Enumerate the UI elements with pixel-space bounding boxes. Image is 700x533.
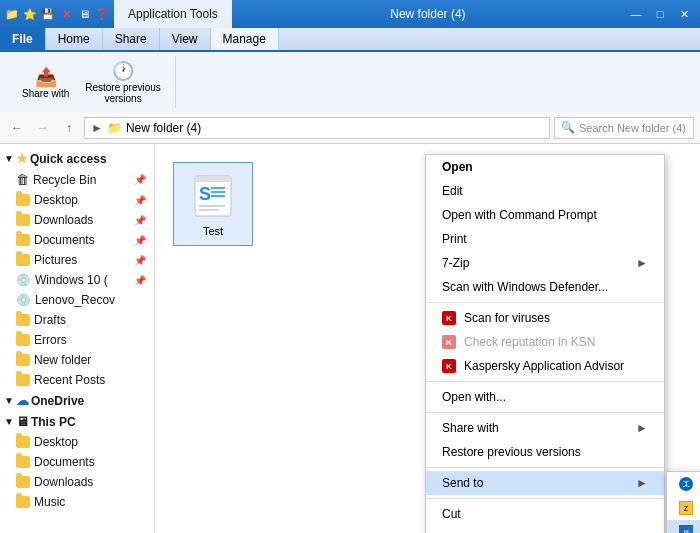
ribbon-group-actions: 📤 Share with 🕐 Restore previousversions [8,56,176,108]
submenu-arrow-icon: ► [636,421,648,435]
send-to-bluetooth[interactable]: ⯰ Bluetooth device [667,472,700,496]
folder-icon [16,194,30,206]
chevron-right-icon: ▼ [4,395,14,406]
folder-small-icon: 📁 [4,6,20,22]
folder-icon [16,354,30,366]
minimize-button[interactable]: — [624,0,648,28]
kaspersky-icon: K [442,311,456,325]
sidebar-onedrive[interactable]: ▼ ☁ OneDrive [0,390,154,411]
sidebar-item-errors[interactable]: Errors [0,330,154,350]
file-icon: S [188,171,238,221]
floppy-icon[interactable]: 💾 [40,6,56,22]
folder-icon [16,436,30,448]
pin-icon: 📌 [134,275,146,286]
submenu-arrow-icon: ► [636,256,648,270]
recycle-bin-icon: 🗑 [16,172,29,187]
ctx-print[interactable]: Print [426,227,664,251]
send-to-zip[interactable]: Z Compressed (zipped) folder [667,496,700,520]
file-item-test[interactable]: S Test [173,162,253,246]
ctx-7zip[interactable]: 7-Zip ► [426,251,664,275]
sidebar-item-documents[interactable]: Documents 📌 [0,230,154,250]
ctx-check-ksn[interactable]: K Check reputation in KSN [426,330,664,354]
search-box[interactable]: 🔍 Search New folder (4) [554,117,694,139]
ctx-separator-4 [426,467,664,468]
ctx-send-to[interactable]: Send to ► ⯰ Bluetooth device Z Compresse… [426,471,664,495]
ribbon-content: 📤 Share with 🕐 Restore previousversions [0,50,700,112]
up-button[interactable]: ↑ [58,117,80,139]
address-path[interactable]: ► 📁 New folder (4) [84,117,550,139]
sidebar-item-downloads[interactable]: Downloads 📌 [0,210,154,230]
ctx-kaspersky-advisor[interactable]: K Kaspersky Application Advisor [426,354,664,378]
tab-share[interactable]: Share [103,28,160,50]
tab-manage[interactable]: Manage [211,28,279,50]
sidebar-this-pc[interactable]: ▼ 🖥 This PC [0,411,154,432]
help-icon[interactable]: ❓ [94,6,110,22]
sidebar-item-pc-downloads[interactable]: Downloads [0,472,154,492]
ctx-edit[interactable]: Edit [426,179,664,203]
folder-icon [16,456,30,468]
pin-icon: 📌 [134,174,146,185]
search-placeholder: Search New folder (4) [579,122,686,134]
ctx-open[interactable]: Open [426,155,664,179]
sidebar-item-recent-posts[interactable]: Recent Posts [0,370,154,390]
path-arrow: ► [91,121,103,135]
share-button[interactable]: 📤 Share with [16,64,75,101]
ctx-share-with[interactable]: Share with ► [426,416,664,440]
sidebar-item-pictures[interactable]: Pictures 📌 [0,250,154,270]
title-bar-tabs: Application Tools [114,0,232,28]
maximize-button[interactable]: □ [648,0,672,28]
sidebar-item-desktop[interactable]: Desktop 📌 [0,190,154,210]
send-to-desktop[interactable]: 🖥 Desktop (create shortcut) [667,520,700,533]
sidebar-item-windows10[interactable]: 💿 Windows 10 ( 📌 [0,270,154,290]
restore-versions-button[interactable]: 🕐 Restore previousversions [79,58,167,106]
rename-icon[interactable]: ✕ [58,6,74,22]
application-tools-tab[interactable]: Application Tools [114,0,232,28]
sidebar-item-recycle-bin[interactable]: 🗑 Recycle Bin 📌 [0,169,154,190]
search-icon: 🔍 [561,121,575,134]
folder-icon [16,476,30,488]
ctx-separator-3 [426,412,664,413]
drive-red-icon: 💿 [16,293,31,307]
ctx-separator-2 [426,381,664,382]
ctx-send-to-label: Send to [442,476,483,490]
sidebar-quick-access[interactable]: ▼ ★ Quick access [0,148,154,169]
properties-icon[interactable]: 🖥 [76,6,92,22]
sidebar-item-new-folder[interactable]: New folder [0,350,154,370]
ctx-restore-versions-label: Restore previous versions [442,445,581,459]
title-bar: 📁 ⭐ 💾 ✕ 🖥 ❓ Application Tools New folder… [0,0,700,28]
sidebar-item-drafts[interactable]: Drafts [0,310,154,330]
quick-access-icon: ★ [16,151,28,166]
ctx-scan-viruses[interactable]: K Scan for viruses [426,306,664,330]
forward-button[interactable]: → [32,117,54,139]
ctx-open-cmd[interactable]: Open with Command Prompt [426,203,664,227]
folder-icon [16,234,30,246]
sidebar: ▼ ★ Quick access 🗑 Recycle Bin 📌 Desktop… [0,144,155,533]
pin-icon: 📌 [134,255,146,266]
send-to-submenu: ⯰ Bluetooth device Z Compressed (zipped)… [666,471,700,533]
ctx-scan-defender[interactable]: Scan with Windows Defender... [426,275,664,299]
ctx-kaspersky-advisor-label: Kaspersky Application Advisor [464,359,624,373]
sidebar-item-lenovo-recov[interactable]: 💿 Lenovo_Recov [0,290,154,310]
sidebar-item-pc-documents[interactable]: Documents [0,452,154,472]
content-area: S Test Open Edit Open with [155,144,700,533]
back-button[interactable]: ← [6,117,28,139]
folder-icon [16,254,30,266]
ctx-open-with[interactable]: Open with... [426,385,664,409]
ctx-edit-label: Edit [442,184,463,198]
close-button[interactable]: ✕ [672,0,696,28]
sidebar-item-pc-music[interactable]: Music [0,492,154,512]
star-icon[interactable]: ⭐ [22,6,38,22]
folder-icon [16,314,30,326]
ctx-copy[interactable]: Copy [426,526,664,533]
tab-view[interactable]: View [160,28,211,50]
path-folder-icon: 📁 [107,121,122,135]
file-name: Test [203,225,223,237]
ctx-restore-versions[interactable]: Restore previous versions [426,440,664,464]
tab-file[interactable]: File [0,28,46,50]
ctx-cut[interactable]: Cut [426,502,664,526]
this-pc-icon: 🖥 [16,414,29,429]
folder-icon [16,496,30,508]
folder-icon [16,374,30,386]
sidebar-item-pc-desktop[interactable]: Desktop [0,432,154,452]
tab-home[interactable]: Home [46,28,103,50]
